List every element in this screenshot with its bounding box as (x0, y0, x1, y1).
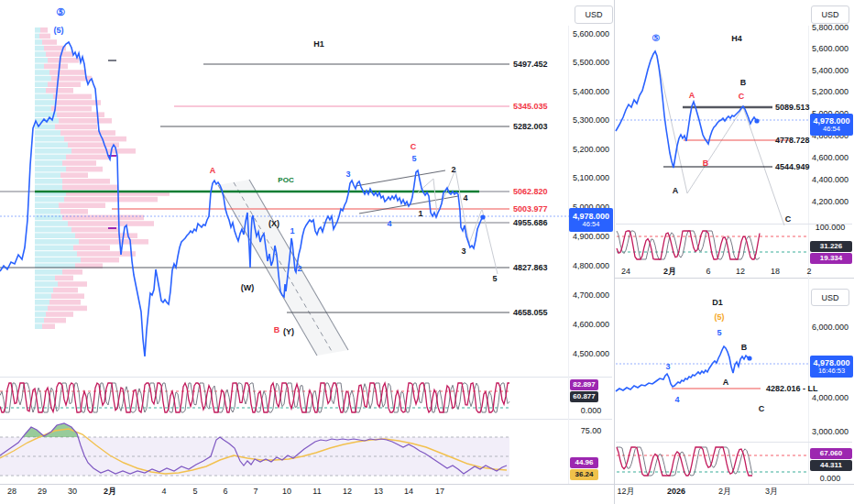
volume-profile-sell-bar (46, 312, 73, 317)
volume-profile-sell-bar (40, 27, 48, 33)
volume-profile-buy-bar (35, 246, 73, 251)
volume-profile-sell-bar (71, 148, 136, 154)
h4-price-scale-currency-button[interactable]: USD (811, 5, 849, 24)
volume-profile-sell-bar (39, 34, 50, 39)
volume-profile-buy-bar (35, 88, 46, 93)
volume-profile-sell-bar (46, 88, 73, 93)
volume-profile-sell-bar (48, 82, 81, 87)
volume-profile-sell-bar (51, 293, 84, 299)
volume-profile-buy-bar (35, 46, 44, 51)
volume-profile-buy-bar (35, 160, 62, 166)
volume-profile-sell-bar (60, 209, 88, 214)
trading-platform-window: 5497.4525345.0355282.0035062.8205003.977… (0, 0, 854, 504)
volume-profile-sell-bar (62, 269, 82, 275)
volume-profile-buy-bar (35, 185, 62, 191)
projection-path (418, 170, 498, 274)
volume-profile-buy-bar (35, 94, 53, 100)
volume-profile-sell-bar (59, 203, 105, 208)
volume-profile-buy-bar (35, 82, 48, 87)
main-price-scale-currency-button[interactable]: USD (575, 5, 613, 24)
volume-profile-sell-bar (64, 137, 126, 142)
volume-profile-buy-bar (35, 233, 75, 238)
volume-profile-buy-bar (35, 312, 46, 317)
volume-profile-sell-bar (66, 155, 110, 160)
volume-profile-buy-bar (35, 251, 77, 257)
volume-profile-sell-bar (49, 300, 81, 305)
volume-profile-sell-bar (55, 276, 73, 281)
volume-profile-sell-bar (48, 58, 79, 63)
volume-profile-buy-bar (35, 167, 66, 172)
volume-profile-sell-bar (73, 246, 110, 251)
volume-profile-buy-bar (35, 306, 48, 312)
volume-profile-buy-bar (35, 269, 62, 275)
volume-profile-sell-bar (44, 318, 66, 323)
volume-profile-sell-bar (62, 215, 144, 221)
volume-profile-buy-bar (35, 155, 66, 160)
last-price-dot (480, 214, 485, 219)
volume-profile-buy-bar (35, 209, 60, 214)
volume-profile-buy-bar (35, 179, 62, 184)
volume-profile-sell-bar (79, 239, 148, 245)
trendline (356, 170, 445, 186)
volume-profile-sell-bar (64, 197, 158, 203)
volume-profile-sell-bar (60, 130, 115, 136)
volume-profile-sell-bar (46, 51, 73, 57)
volume-profile-sell-bar (58, 281, 87, 287)
projection-path (657, 57, 784, 225)
volume-profile-sell-bar (48, 306, 87, 312)
volume-profile-buy-bar (35, 293, 51, 299)
volume-profile-buy-bar (35, 276, 55, 281)
volume-profile-sell-bar (55, 125, 97, 130)
volume-profile-buy-bar (35, 70, 49, 75)
volume-profile-buy-bar (35, 34, 39, 39)
volume-profile-buy-bar (35, 106, 51, 112)
volume-profile-buy-bar (35, 281, 58, 287)
stoch-k-line (617, 447, 752, 476)
volume-profile-sell-bar (44, 64, 68, 70)
volume-profile-buy-bar (35, 227, 71, 233)
volume-profile-buy-bar (35, 64, 44, 70)
volume-profile-buy-bar (35, 257, 81, 263)
volume-profile-sell-bar (62, 160, 96, 166)
volume-profile-buy-bar (35, 197, 64, 203)
volume-profile-sell-bar (42, 39, 57, 45)
volume-profile-buy-bar (35, 203, 59, 208)
volume-profile-sell-bar (77, 251, 136, 257)
volume-profile-sell-bar (59, 118, 112, 124)
volume-profile-sell-bar (62, 179, 110, 184)
volume-profile-buy-bar (35, 323, 42, 329)
volume-profile-sell-bar (60, 172, 88, 178)
volume-profile-buy-bar (35, 137, 64, 142)
volume-profile-sell-bar (66, 167, 103, 172)
volume-profile-buy-bar (35, 58, 48, 63)
last-price-dot (747, 356, 751, 360)
volume-profile-buy-bar (35, 300, 49, 305)
volume-profile-buy-bar (35, 51, 46, 57)
volume-profile-sell-bar (53, 288, 78, 293)
volume-profile-buy-bar (35, 142, 68, 148)
volume-profile-sell-bar (68, 142, 119, 148)
volume-profile-sell-bar (68, 221, 154, 226)
d1-price-line (616, 346, 750, 391)
volume-profile-sell-bar (49, 70, 86, 75)
last-price-dot (754, 118, 759, 123)
volume-profile-buy-bar (35, 130, 60, 136)
stoch-k-line (617, 231, 760, 259)
volume-profile-buy-bar (35, 239, 79, 245)
volume-profile-buy-bar (35, 288, 53, 293)
h4-price-line (616, 51, 757, 168)
volume-profile-buy-bar (35, 221, 68, 226)
charts-canvas[interactable] (0, 0, 854, 504)
volume-profile-buy-bar (35, 172, 60, 178)
volume-profile-sell-bar (81, 257, 119, 263)
volume-profile-sell-bar (42, 323, 55, 329)
volume-profile-buy-bar (35, 100, 55, 105)
volume-profile-sell-bar (53, 94, 92, 100)
volume-profile-buy-bar (35, 27, 40, 33)
volume-profile-sell-bar (62, 185, 117, 191)
volume-profile-buy-bar (35, 318, 44, 323)
osc2-overshoot-fill (23, 423, 78, 437)
volume-profile-buy-bar (35, 148, 71, 154)
d1-price-scale-currency-button[interactable]: USD (811, 289, 849, 306)
volume-profile-buy-bar (35, 215, 62, 221)
